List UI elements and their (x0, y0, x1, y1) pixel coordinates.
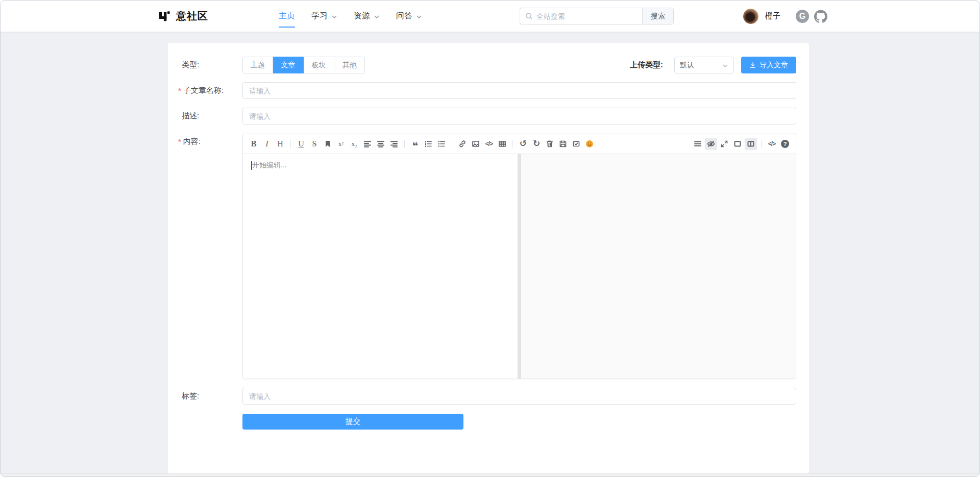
content-label-text: 内容: (183, 137, 201, 146)
app-window: 意社区 主页 学习 资源 问答 (0, 0, 980, 477)
type-option-other[interactable]: 其他 (334, 57, 365, 73)
type-radio-group: 主题 文章 板块 其他 (242, 57, 365, 73)
fullscreen-icon[interactable] (718, 138, 730, 150)
type-label: 类型: (182, 57, 199, 73)
search-icon (525, 12, 533, 20)
link-icon[interactable] (456, 138, 469, 150)
upload-type-select[interactable]: 默认 (674, 57, 734, 73)
align-left-icon[interactable] (361, 138, 374, 150)
emoji-icon[interactable] (583, 138, 596, 150)
upload-type-value: 默认 (680, 61, 694, 70)
editor-edit-pane[interactable]: 开始编辑... (243, 154, 518, 379)
submit-button[interactable]: 提交 (242, 414, 463, 430)
brand-title: 意社区 (176, 9, 208, 23)
italic-icon[interactable]: I (261, 138, 273, 150)
required-mark: * (178, 86, 181, 95)
save-icon[interactable] (557, 138, 569, 150)
strikethrough-icon[interactable]: S (308, 138, 321, 150)
download-icon (749, 62, 756, 69)
editor-preview-pane (521, 154, 796, 379)
nav-item-qa[interactable]: 问答 (396, 1, 422, 32)
toolbar-separator (290, 140, 291, 148)
preview-only-icon[interactable] (731, 138, 744, 150)
editor-placeholder-line: 开始编辑... (251, 161, 509, 170)
image-icon[interactable] (470, 138, 482, 150)
username[interactable]: 橙子 (765, 1, 780, 32)
underline-icon[interactable]: U (295, 138, 307, 150)
brand-logo-icon (158, 10, 171, 23)
chevron-down-icon (374, 14, 380, 20)
align-right-icon[interactable] (388, 138, 400, 150)
undo-icon[interactable]: ↺ (517, 138, 529, 150)
search-button[interactable]: 搜索 (642, 8, 674, 24)
upload-type-label: 上传类型: (630, 57, 663, 73)
nav-item-home[interactable]: 主页 (279, 1, 295, 32)
chevron-down-icon (331, 14, 337, 20)
nav-item-resources[interactable]: 资源 (354, 1, 380, 32)
editor-placeholder: 开始编辑... (252, 161, 287, 170)
nav-item-label: 资源 (354, 11, 370, 21)
gitee-icon[interactable]: G (796, 10, 809, 23)
top-navbar: 意社区 主页 学习 资源 问答 (1, 1, 979, 32)
blockquote-icon[interactable]: ❝ (409, 138, 421, 150)
superscript-icon[interactable]: x² (335, 138, 347, 150)
outline-icon[interactable] (692, 138, 704, 150)
align-center-icon[interactable] (375, 138, 387, 150)
help-icon[interactable]: ? (779, 138, 791, 150)
split-view-icon[interactable] (745, 138, 757, 150)
article-form-card: 类型: 主题 文章 板块 其他 上传类型: 默认 导入文章 * 子文章名称: 描… (168, 43, 809, 473)
tags-input[interactable] (242, 388, 796, 405)
bookmark-icon[interactable] (322, 138, 334, 150)
trash-icon[interactable] (544, 138, 556, 150)
editor-toolbar: B I H U S x² x₂ (243, 134, 796, 154)
unordered-list-icon[interactable] (435, 138, 448, 150)
text-caret (251, 161, 252, 170)
export-check-icon[interactable] (570, 138, 582, 150)
toolbar-separator (452, 140, 452, 148)
bold-icon[interactable]: B (248, 138, 260, 150)
description-label: 描述: (182, 108, 199, 124)
toolbar-separator (512, 140, 513, 148)
site-search: 搜索 (520, 8, 674, 24)
editor-body: 开始编辑... (243, 154, 796, 379)
gitee-glyph: G (799, 12, 805, 21)
editor-pane-resize-handle[interactable] (518, 154, 521, 379)
github-octocat-icon (814, 10, 827, 23)
type-option-article[interactable]: 文章 (273, 57, 304, 73)
article-name-input[interactable] (242, 82, 796, 99)
main-nav: 主页 学习 资源 问答 (279, 1, 422, 32)
ordered-list-icon[interactable] (422, 138, 434, 150)
help-glyph: ? (781, 140, 789, 148)
tags-label: 标签: (182, 388, 199, 405)
table-icon[interactable] (496, 138, 508, 150)
code-icon[interactable]: </> (483, 138, 495, 150)
import-article-button[interactable]: 导入文章 (741, 57, 796, 73)
toolbar-separator (761, 140, 762, 148)
redo-icon[interactable]: ↻ (530, 138, 543, 150)
nav-item-label: 问答 (396, 11, 412, 21)
horizontal-scrollbar[interactable] (1, 473, 979, 476)
article-name-label-text: 子文章名称: (183, 86, 224, 95)
user-avatar[interactable] (743, 9, 758, 24)
article-name-label: * 子文章名称: (178, 82, 224, 99)
search-input-wrap (520, 8, 642, 24)
type-option-board[interactable]: 板块 (304, 57, 334, 73)
search-input[interactable] (536, 12, 637, 20)
github-icon[interactable] (814, 10, 827, 23)
hide-preview-eye-off-icon[interactable] (705, 138, 717, 150)
description-input[interactable] (242, 108, 796, 124)
subscript-icon[interactable]: x₂ (348, 138, 360, 150)
html-code-view-icon[interactable]: </> (766, 138, 778, 150)
brand[interactable]: 意社区 (158, 1, 208, 32)
nav-item-learn[interactable]: 学习 (311, 1, 337, 32)
nav-item-label: 学习 (311, 11, 328, 21)
content-label: * 内容: (178, 136, 201, 146)
type-option-topic[interactable]: 主题 (242, 57, 273, 73)
nav-item-label: 主页 (279, 11, 295, 21)
toolbar-separator (404, 140, 405, 148)
chevron-down-icon (416, 14, 422, 20)
heading-icon[interactable]: H (274, 138, 286, 150)
required-mark: * (178, 137, 181, 146)
chevron-down-icon (722, 63, 728, 69)
markdown-editor: B I H U S x² x₂ (242, 134, 796, 379)
